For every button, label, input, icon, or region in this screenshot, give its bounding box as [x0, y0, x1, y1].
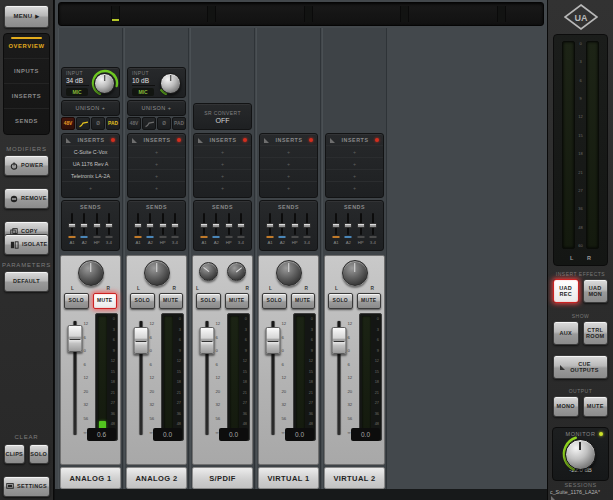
insert-slot[interactable]: UA 1176 Rev A: [62, 157, 119, 169]
send-fader-a2[interactable]: [344, 212, 353, 238]
lowcut-filter-button[interactable]: [76, 117, 90, 130]
solo-button[interactable]: SOLO: [64, 293, 89, 309]
send-fader-a1[interactable]: [200, 212, 209, 238]
cue-outputs-button[interactable]: CUE OUTPUTS: [553, 355, 608, 379]
send-fader-a2[interactable]: [278, 212, 287, 238]
pan-knob-left[interactable]: [199, 262, 218, 281]
phantom-48v-button[interactable]: 48V: [61, 117, 75, 130]
volume-fader[interactable]: [66, 313, 83, 443]
channel-name[interactable]: ANALOG 1: [60, 467, 121, 489]
volume-fader[interactable]: [198, 313, 215, 443]
mute-button[interactable]: MUTE: [159, 293, 184, 309]
insert-power-led[interactable]: [375, 138, 379, 142]
settings-button[interactable]: SETTINGS: [3, 476, 50, 497]
overview-minimap[interactable]: [58, 2, 544, 26]
send-fader-a1[interactable]: [332, 212, 341, 238]
unison-slot[interactable]: UNISON +: [61, 100, 120, 116]
send-fader-a1[interactable]: [266, 212, 275, 238]
pad-button[interactable]: PAD: [106, 117, 120, 130]
insert-slot[interactable]: +: [326, 145, 383, 157]
sr-convert-panel[interactable]: SR CONVERT OFF: [193, 103, 252, 130]
clear-solo-button[interactable]: SOLO: [29, 444, 50, 464]
expand-icon[interactable]: [330, 138, 335, 143]
monitor-knob[interactable]: [561, 438, 601, 470]
send-fader-hp[interactable]: [356, 212, 365, 238]
solo-button[interactable]: SOLO: [196, 293, 221, 309]
remove-modifier-button[interactable]: REMOVE: [4, 188, 49, 209]
tab-sends[interactable]: SENDS: [4, 109, 49, 134]
insert-slot[interactable]: +: [128, 181, 185, 193]
send-fader-a2[interactable]: [80, 212, 89, 238]
insert-slot[interactable]: +: [326, 157, 383, 169]
send-fader-34[interactable]: [368, 212, 377, 238]
uad-rec-button[interactable]: UAD REC: [553, 279, 579, 303]
insert-slot[interactable]: +: [62, 181, 119, 193]
insert-slot[interactable]: +: [194, 181, 251, 193]
expand-icon[interactable]: [66, 138, 71, 143]
tab-inputs[interactable]: INPUTS: [4, 59, 49, 84]
volume-fader[interactable]: [132, 313, 149, 443]
menu-button[interactable]: MENU ▶: [4, 5, 49, 28]
insert-power-led[interactable]: [309, 138, 313, 142]
pan-knob-right[interactable]: [227, 262, 246, 281]
mono-button[interactable]: MONO: [553, 396, 579, 417]
send-fader-hp[interactable]: [290, 212, 299, 238]
send-fader-a1[interactable]: [134, 212, 143, 238]
lowcut-filter-button[interactable]: [142, 117, 156, 130]
mute-button[interactable]: MUTE: [357, 293, 382, 309]
tab-overview[interactable]: OVERVIEW: [4, 34, 49, 59]
expand-icon[interactable]: [264, 138, 269, 143]
gain-knob[interactable]: [90, 70, 117, 98]
channel-name[interactable]: VIRTUAL 2: [324, 467, 385, 489]
aux-button[interactable]: AUX: [553, 321, 579, 345]
pad-button[interactable]: PAD: [172, 117, 186, 130]
solo-button[interactable]: SOLO: [262, 293, 287, 309]
expand-icon[interactable]: [551, 496, 556, 500]
pan-knob[interactable]: [342, 260, 368, 286]
send-fader-hp[interactable]: [158, 212, 167, 238]
send-fader-34[interactable]: [302, 212, 311, 238]
mute-button[interactable]: MUTE: [291, 293, 316, 309]
solo-button[interactable]: SOLO: [130, 293, 155, 309]
insert-slot[interactable]: +: [326, 181, 383, 193]
isolate-modifier-button[interactable]: ISOLATE: [4, 234, 49, 255]
send-fader-hp[interactable]: [92, 212, 101, 238]
power-modifier-button[interactable]: POWER: [4, 155, 49, 176]
send-fader-a1[interactable]: [68, 212, 77, 238]
phase-button[interactable]: Ø: [157, 117, 171, 130]
send-fader-34[interactable]: [170, 212, 179, 238]
insert-slot[interactable]: +: [260, 169, 317, 181]
insert-slot[interactable]: +: [128, 145, 185, 157]
pan-knob[interactable]: [78, 260, 104, 286]
gain-knob[interactable]: [156, 70, 183, 98]
insert-slot[interactable]: +: [128, 169, 185, 181]
expand-icon[interactable]: [198, 138, 203, 143]
send-fader-34[interactable]: [104, 212, 113, 238]
insert-slot[interactable]: +: [194, 169, 251, 181]
solo-button[interactable]: SOLO: [328, 293, 353, 309]
output-mute-button[interactable]: MUTE: [583, 396, 609, 417]
phase-button[interactable]: Ø: [91, 117, 105, 130]
pan-knob[interactable]: [276, 260, 302, 286]
unison-slot[interactable]: UNISON +: [127, 100, 186, 116]
send-fader-a2[interactable]: [212, 212, 221, 238]
send-fader-34[interactable]: [236, 212, 245, 238]
insert-power-led[interactable]: [177, 138, 181, 142]
session-name[interactable]: c_Suite_1176_LA2A*: [550, 489, 612, 495]
channel-name[interactable]: S/PDIF: [192, 467, 253, 489]
insert-slot[interactable]: +: [194, 157, 251, 169]
insert-slot[interactable]: C-Suite C-Vox: [62, 145, 119, 157]
insert-slot[interactable]: +: [260, 157, 317, 169]
send-fader-a2[interactable]: [146, 212, 155, 238]
ctrl-room-button[interactable]: CTRL ROOM: [583, 321, 609, 345]
insert-slot[interactable]: +: [260, 181, 317, 193]
default-button[interactable]: DEFAULT: [4, 271, 49, 292]
insert-slot[interactable]: +: [260, 145, 317, 157]
insert-slot[interactable]: Teletronix LA-2A: [62, 169, 119, 181]
phantom-48v-button[interactable]: 48V: [127, 117, 141, 130]
insert-power-led[interactable]: [243, 138, 247, 142]
channel-name[interactable]: ANALOG 2: [126, 467, 187, 489]
insert-slot[interactable]: +: [128, 157, 185, 169]
mute-button[interactable]: MUTE: [225, 293, 250, 309]
insert-power-led[interactable]: [111, 138, 115, 142]
